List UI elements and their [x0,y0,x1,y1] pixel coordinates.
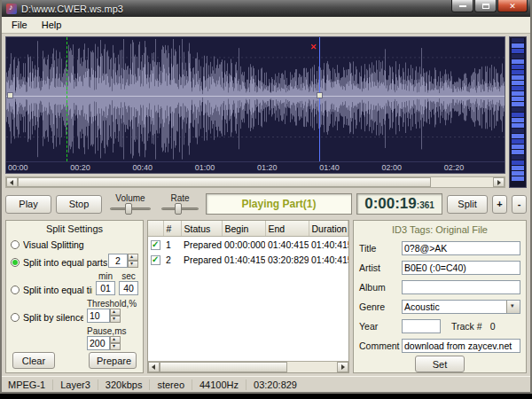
stop-button[interactable]: Stop [56,195,102,214]
meter-segment [512,145,524,149]
radio-icon[interactable] [11,286,20,294]
meter-segment [512,65,524,69]
meter-segment [512,171,524,176]
rate-label: Rate [170,193,189,203]
year-input[interactable] [402,319,441,333]
rate-slider[interactable] [161,203,199,215]
equal-parts-input[interactable] [108,254,128,268]
part-status: Prepared [181,252,222,267]
split-button[interactable]: Split [447,195,488,214]
threshold-spinner [87,309,121,323]
scroll-left-button[interactable] [148,362,160,372]
client-area: 00:00 00:20 00:40 01:00 01:20 01:40 02:0… [2,34,530,376]
maximize-button[interactable] [474,0,497,12]
volume-slider-thumb[interactable] [125,203,132,215]
radio-icon-selected[interactable] [11,258,20,267]
split-marker-line[interactable] [319,37,320,161]
close-button[interactable] [497,0,528,12]
volume-slider[interactable] [110,203,151,215]
comment-input[interactable] [402,339,520,353]
scroll-right-button[interactable] [337,362,348,372]
artist-input[interactable] [402,261,520,275]
album-input[interactable] [402,280,520,294]
waveform-display[interactable]: 00:00 00:20 00:40 01:00 01:20 01:40 02:0… [5,36,505,174]
column-header-duration[interactable]: Duration [309,221,348,237]
meter-segment [512,38,524,43]
pause-input[interactable] [87,336,110,350]
column-header-begin[interactable]: Begin [222,221,265,237]
clear-button[interactable]: Clear [12,352,55,369]
radio-equal-time[interactable]: Split into equal time [11,285,92,295]
seconds-input[interactable] [119,281,138,295]
column-header-end[interactable]: End [265,221,309,237]
spinner-buttons [110,336,121,350]
time-label: 00:40 [131,162,193,174]
track-value[interactable]: 0 [490,321,496,332]
part-num: 2 [163,252,181,267]
threshold-input[interactable] [87,309,110,323]
meter-segment [512,150,524,154]
part-checkbox[interactable] [151,255,160,265]
minutes-input[interactable] [96,281,115,295]
menu-help[interactable]: Help [35,19,69,31]
part-begin: 00:00:000 [222,237,265,253]
radio-equal-parts[interactable]: Split into equal parts [11,257,108,268]
scroll-thumb[interactable] [18,177,431,187]
application-window: D:\www.CWER.ws.mp3 File Help 00:00 [0,0,532,394]
radio-label: Visual Splitting [23,239,84,250]
year-label: Year [359,321,402,332]
meter-segment [512,129,524,133]
radio-visual-splitting[interactable]: Visual Splitting [11,239,138,250]
menu-file[interactable]: File [4,19,35,31]
status-format: MPEG-1 [5,379,53,390]
spinner-down-button[interactable] [128,261,138,268]
radio-icon[interactable] [11,240,20,249]
split-delete-icon[interactable] [310,37,318,45]
status-bar: MPEG-1 Layer3 320kbps stereo 44100Hz 03:… [2,376,530,392]
scroll-right-button[interactable] [493,177,505,187]
minimize-button[interactable] [451,0,473,12]
meter-segment [512,102,524,106]
radio-icon[interactable] [11,313,20,322]
column-header-status[interactable]: Status [181,221,222,237]
part-checkbox[interactable] [151,240,160,250]
meter-segment [512,166,524,170]
rate-slider-thumb[interactable] [175,203,182,215]
add-split-button[interactable]: + [492,195,507,214]
id3-row-artist: Artist [359,261,520,275]
start-marker[interactable] [7,92,13,98]
waveform-canvas[interactable] [6,37,505,161]
column-header-check[interactable] [148,221,163,237]
scroll-track[interactable] [18,177,493,187]
scroll-thumb[interactable] [160,362,287,372]
right-arrow-icon [497,180,501,185]
id3-title: ID3 Tags: Original File [359,224,520,235]
rate-control: Rate [159,193,201,215]
title-input[interactable] [402,241,520,255]
meter-segment [512,176,524,181]
chevron-down-icon[interactable] [506,301,520,313]
title-bar[interactable]: D:\www.CWER.ws.mp3 [2,0,530,17]
meter-segment [512,97,524,101]
prepare-button[interactable]: Prepare [89,352,137,369]
seconds-field-group: sec [119,271,138,295]
genre-dropdown[interactable]: Acoustic [402,300,520,314]
waveform-scrollbar[interactable] [5,176,505,188]
radio-split-silence[interactable]: Split by silence [11,312,83,323]
table-row[interactable]: 2 Prepared 01:40:415 03:20:829 01:40:415 [148,252,348,267]
time-value: 0:00:19 [364,194,417,214]
title-label: Title [359,243,402,254]
meter-segment [512,118,524,122]
play-button[interactable]: Play [5,195,51,214]
spinner-down-button[interactable] [110,343,121,350]
set-button[interactable]: Set [415,356,465,372]
scroll-left-button[interactable] [6,177,18,187]
transport-bar: Play Stop Volume Rate Playing Part(1) 0:… [5,192,527,216]
remove-split-button[interactable]: - [512,195,527,214]
spinner-down-button[interactable] [110,316,121,323]
column-header-num[interactable]: # [163,221,181,237]
scroll-track[interactable] [160,362,337,372]
parts-scrollbar[interactable] [148,361,348,372]
split-marker-handle[interactable] [317,92,323,98]
table-row[interactable]: 1 Prepared 00:00:000 01:40:415 01:40:415 [148,237,348,253]
